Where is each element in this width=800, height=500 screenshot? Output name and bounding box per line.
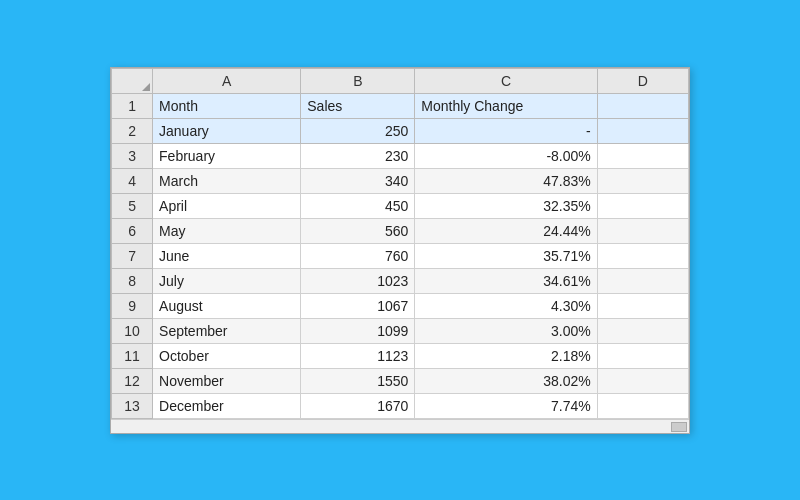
cell-change[interactable]: 2.18% [415,343,597,368]
cell-d[interactable] [597,193,688,218]
cell-d[interactable] [597,218,688,243]
cell-sales[interactable]: 1023 [301,268,415,293]
cell-change[interactable]: 7.74% [415,393,597,418]
header-sales[interactable]: Sales [301,93,415,118]
header-month[interactable]: Month [153,93,301,118]
cell-d[interactable] [597,168,688,193]
cell-change[interactable]: 3.00% [415,318,597,343]
cell-sales[interactable]: 250 [301,118,415,143]
cell-change[interactable]: 47.83% [415,168,597,193]
row-num-7: 7 [112,243,153,268]
cell-sales[interactable]: 450 [301,193,415,218]
cell-d[interactable] [597,268,688,293]
col-header-a[interactable]: A [153,68,301,93]
cell-month[interactable]: October [153,343,301,368]
cell-change[interactable]: 24.44% [415,218,597,243]
cell-d[interactable] [597,318,688,343]
cell-change[interactable]: - [415,118,597,143]
cell-sales[interactable]: 1099 [301,318,415,343]
row-num-2: 2 [112,118,153,143]
cell-d[interactable] [597,343,688,368]
cell-month[interactable]: November [153,368,301,393]
cell-sales[interactable]: 1123 [301,343,415,368]
cell-month[interactable]: January [153,118,301,143]
cell-change[interactable]: 38.02% [415,368,597,393]
scrollbar-indicator[interactable] [671,422,687,432]
cell-change[interactable]: 4.30% [415,293,597,318]
cell-sales[interactable]: 1067 [301,293,415,318]
cell-sales[interactable]: 1550 [301,368,415,393]
cell-month[interactable]: August [153,293,301,318]
cell-month[interactable]: March [153,168,301,193]
row-num-9: 9 [112,293,153,318]
row-num-13: 13 [112,393,153,418]
spreadsheet[interactable]: A B C D 1 Month Sales Monthly Change 2Ja… [110,67,690,434]
cell-sales[interactable]: 230 [301,143,415,168]
header-monthly-change[interactable]: Monthly Change [415,93,597,118]
cell-d[interactable] [597,293,688,318]
cell-sales[interactable]: 560 [301,218,415,243]
row-num-5: 5 [112,193,153,218]
cell-sales[interactable]: 760 [301,243,415,268]
cell-month[interactable]: July [153,268,301,293]
row-num-10: 10 [112,318,153,343]
row-num-11: 11 [112,343,153,368]
cell-change[interactable]: 32.35% [415,193,597,218]
col-header-d[interactable]: D [597,68,688,93]
scrollbar-area [111,419,689,433]
header-d[interactable] [597,93,688,118]
corner-header [112,68,153,93]
row-num-6: 6 [112,218,153,243]
col-header-c[interactable]: C [415,68,597,93]
cell-sales[interactable]: 1670 [301,393,415,418]
cell-month[interactable]: May [153,218,301,243]
cell-month[interactable]: September [153,318,301,343]
cell-change[interactable]: 34.61% [415,268,597,293]
cell-month[interactable]: February [153,143,301,168]
cell-month[interactable]: April [153,193,301,218]
cell-month[interactable]: December [153,393,301,418]
cell-d[interactable] [597,393,688,418]
cell-d[interactable] [597,368,688,393]
cell-d[interactable] [597,143,688,168]
col-header-b[interactable]: B [301,68,415,93]
row-num-3: 3 [112,143,153,168]
row-num-8: 8 [112,268,153,293]
row-num-12: 12 [112,368,153,393]
cell-sales[interactable]: 340 [301,168,415,193]
cell-d[interactable] [597,118,688,143]
row-num-1: 1 [112,93,153,118]
row-num-4: 4 [112,168,153,193]
cell-change[interactable]: 35.71% [415,243,597,268]
cell-change[interactable]: -8.00% [415,143,597,168]
cell-d[interactable] [597,243,688,268]
cell-month[interactable]: June [153,243,301,268]
spreadsheet-table: A B C D 1 Month Sales Monthly Change 2Ja… [111,68,689,419]
